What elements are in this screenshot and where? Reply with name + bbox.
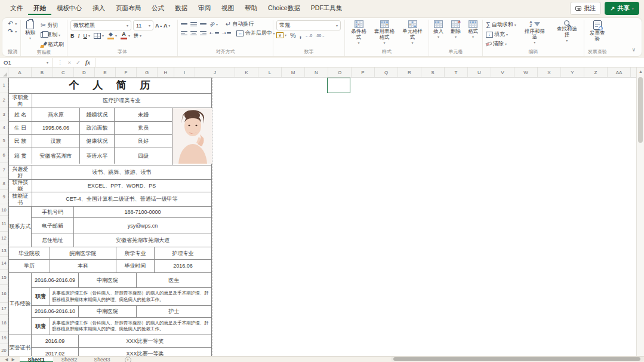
- decrease-indent-button[interactable]: ⇠: [209, 31, 219, 36]
- increase-decimal-button[interactable]: ←.0: [305, 33, 312, 38]
- formula-input[interactable]: [95, 58, 644, 67]
- political-label[interactable]: 政治面貌: [79, 122, 114, 134]
- work1-duty-label[interactable]: 职责: [32, 288, 50, 305]
- row-header[interactable]: 8: [0, 177, 8, 190]
- autosum-button[interactable]: ∑自动求和▾: [486, 21, 516, 29]
- clear-button[interactable]: 清除▾: [486, 40, 516, 48]
- row-header[interactable]: 10: [0, 204, 8, 216]
- graduation-label[interactable]: 毕业时间: [116, 260, 154, 272]
- align-left-button[interactable]: [181, 31, 187, 35]
- font-color-button[interactable]: A▾: [121, 32, 130, 39]
- phone-value[interactable]: 188-7100-0000: [73, 207, 211, 217]
- school-label[interactable]: 毕业院校: [9, 247, 50, 259]
- work2-company[interactable]: 中南医院: [78, 306, 136, 317]
- merge-center-button[interactable]: ↔合并后居中▾: [236, 29, 275, 37]
- fill-button[interactable]: ↓填充▾: [486, 30, 516, 38]
- vertical-scrollbar[interactable]: ▲: [636, 68, 644, 356]
- objective-value[interactable]: 医疗护理类专业: [32, 94, 211, 108]
- degree-label[interactable]: 学历: [9, 260, 50, 272]
- major-label[interactable]: 所学专业: [116, 247, 154, 259]
- column-header[interactable]: K: [235, 68, 258, 77]
- work2-role[interactable]: 护士: [136, 306, 211, 317]
- hometown-value[interactable]: 安徽省芜湖市: [32, 148, 79, 164]
- work1-company[interactable]: 中南医院: [78, 273, 136, 287]
- add-sheet-button[interactable]: +: [125, 357, 131, 362]
- menu-view[interactable]: 视图: [216, 2, 239, 15]
- sheet-tab-3[interactable]: Sheet3: [86, 357, 119, 362]
- health-label[interactable]: 健康状况: [79, 135, 114, 148]
- row-header[interactable]: 5: [0, 134, 8, 148]
- ethnicity-value[interactable]: 汉族: [32, 135, 79, 148]
- column-header[interactable]: O: [328, 68, 352, 77]
- row-header[interactable]: 4: [0, 121, 8, 134]
- english-value[interactable]: 四级: [114, 148, 172, 164]
- graduation-value[interactable]: 2016.06: [154, 260, 211, 272]
- cut-button[interactable]: ✂剪切: [41, 22, 64, 29]
- column-header[interactable]: Z: [584, 68, 608, 77]
- row-header[interactable]: 20: [0, 344, 8, 356]
- birthday-value[interactable]: 1995.06.06: [32, 122, 79, 134]
- software-skills-value[interactable]: EXCEL、PPT、WORD、PS: [32, 180, 211, 192]
- work2-period[interactable]: 2016.06-2016.10: [32, 306, 78, 317]
- ethnicity-label[interactable]: 民 族: [9, 135, 32, 148]
- column-header[interactable]: M: [282, 68, 305, 77]
- row-header[interactable]: 6: [0, 148, 8, 163]
- confirm-entry-button[interactable]: ✓: [76, 59, 81, 66]
- row-header[interactable]: 3: [0, 108, 8, 121]
- menu-file[interactable]: 文件: [5, 2, 28, 15]
- sheet-tab-1[interactable]: Sheet1: [20, 357, 53, 362]
- share-button[interactable]: ↗ 共享 ▾: [605, 2, 639, 15]
- honor1-value[interactable]: XXX比赛一等奖: [78, 335, 211, 347]
- column-header[interactable]: E: [95, 68, 116, 77]
- column-header[interactable]: N: [305, 68, 328, 77]
- redo-button[interactable]: ↷▾: [8, 28, 17, 35]
- row-header[interactable]: 1: [0, 78, 8, 93]
- work1-duty-text[interactable]: 从事临床护理工作（骨科病人、肝胆胃等腹部）的病人的就是及手术期护理、肝脏移植及肿…: [50, 288, 211, 305]
- column-header[interactable]: Y: [561, 68, 584, 77]
- font-name-select[interactable]: 微软雅黑▾: [70, 20, 131, 30]
- column-header[interactable]: G: [137, 68, 158, 77]
- delete-cells-button[interactable]: × 删除▾: [449, 20, 462, 39]
- column-header[interactable]: R: [398, 68, 421, 77]
- sheet-nav-right-icon[interactable]: ▶: [11, 357, 14, 362]
- political-value[interactable]: 党员: [114, 122, 172, 134]
- school-value[interactable]: 皖南医学院: [50, 247, 116, 259]
- column-header[interactable]: I: [174, 68, 195, 77]
- address-label[interactable]: 居住地址: [32, 234, 73, 247]
- column-header[interactable]: AB: [631, 68, 636, 77]
- hobbies-value[interactable]: 读书、跳舞、旅游、读书: [32, 165, 211, 179]
- row-header[interactable]: 19: [0, 332, 8, 344]
- decrease-decimal-button[interactable]: .00→: [316, 33, 325, 38]
- fill-color-button[interactable]: ◆▾: [107, 32, 117, 39]
- certificates-value[interactable]: CET-4、全国计算机二级证书、普通话一级甲等: [32, 192, 211, 206]
- decrease-font-button[interactable]: A▾: [164, 23, 170, 29]
- work2-duty-label[interactable]: 职责: [32, 318, 50, 335]
- hometown-label[interactable]: 籍 贯: [9, 148, 32, 164]
- objective-label[interactable]: 求职意向: [9, 94, 32, 108]
- profile-photo[interactable]: [172, 108, 212, 165]
- column-header[interactable]: S: [421, 68, 445, 77]
- honor2-date[interactable]: 2017.02: [32, 348, 78, 356]
- row-header[interactable]: 11: [0, 216, 8, 232]
- english-label[interactable]: 英语水平: [79, 148, 114, 164]
- horizontal-scrollbar[interactable]: [391, 357, 644, 361]
- name-label[interactable]: 姓 名: [9, 108, 32, 121]
- borders-button[interactable]: ▾: [94, 33, 104, 39]
- certificates-label[interactable]: 技能证书: [9, 192, 32, 206]
- horizontal-scroll-thumb[interactable]: [393, 357, 640, 361]
- phone-label[interactable]: 手机号码: [32, 207, 73, 217]
- row-header[interactable]: 2: [0, 93, 8, 108]
- marital-label[interactable]: 婚姻状况: [79, 108, 114, 121]
- menu-page-layout[interactable]: 页面布局: [110, 2, 146, 15]
- row-header[interactable]: 12: [0, 232, 8, 244]
- phonetic-guide-button[interactable]: 拼▾: [134, 32, 141, 39]
- column-header[interactable]: AA: [608, 68, 631, 77]
- undo-button[interactable]: ↶▾: [8, 20, 17, 27]
- column-header[interactable]: J: [195, 68, 235, 77]
- align-bottom-button[interactable]: [200, 23, 207, 26]
- scroll-up-arrow-icon[interactable]: ▲: [639, 69, 643, 73]
- column-header[interactable]: T: [445, 68, 468, 77]
- menu-template-center[interactable]: 模板中心: [51, 2, 87, 15]
- hobbies-label[interactable]: 兴趣爱好: [9, 165, 32, 179]
- insert-cells-button[interactable]: 插入▾: [432, 20, 445, 39]
